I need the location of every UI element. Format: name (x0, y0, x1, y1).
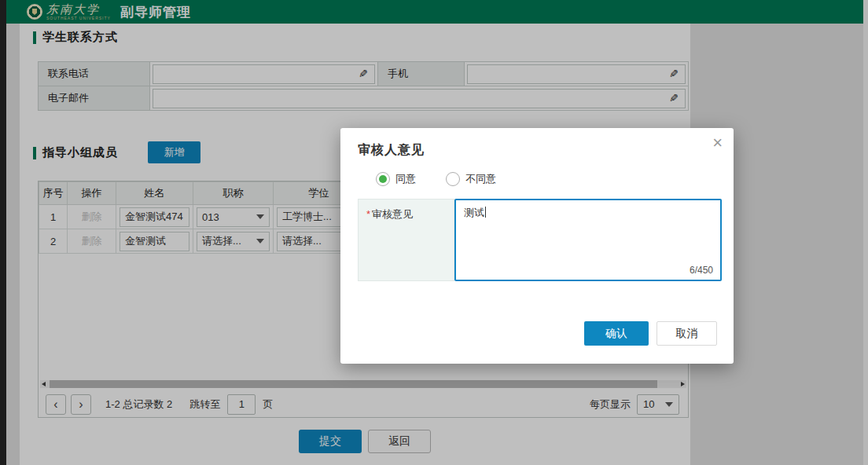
review-opinion-label: *审核意见 (358, 199, 454, 281)
disagree-radio[interactable]: 不同意 (446, 172, 496, 186)
radio-unselected-icon[interactable] (446, 172, 460, 186)
app-window: 东南大学 SOUTHEAST UNIVERSITY 副导师管理 学生联系方式 联… (0, 0, 868, 465)
agree-radio[interactable]: 同意 (376, 172, 416, 186)
radio-selected-icon[interactable] (376, 172, 390, 186)
dialog-title: 审核人意见 (358, 142, 425, 159)
confirm-button[interactable]: 确认 (584, 321, 649, 346)
char-counter: 6/450 (690, 265, 713, 276)
review-opinion-textarea[interactable]: 测试 6/450 (454, 199, 722, 281)
review-opinion-row: *审核意见 测试 6/450 (358, 199, 722, 281)
text-cursor (485, 207, 486, 218)
decision-radio-group: 同意 不同意 (376, 172, 496, 186)
review-opinion-dialog: 审核人意见 × 同意 不同意 *审核意见 测试 6/450 确认 取消 (340, 128, 734, 364)
cancel-button[interactable]: 取消 (657, 321, 717, 346)
close-icon[interactable]: × (712, 133, 723, 153)
required-mark: * (366, 208, 370, 220)
